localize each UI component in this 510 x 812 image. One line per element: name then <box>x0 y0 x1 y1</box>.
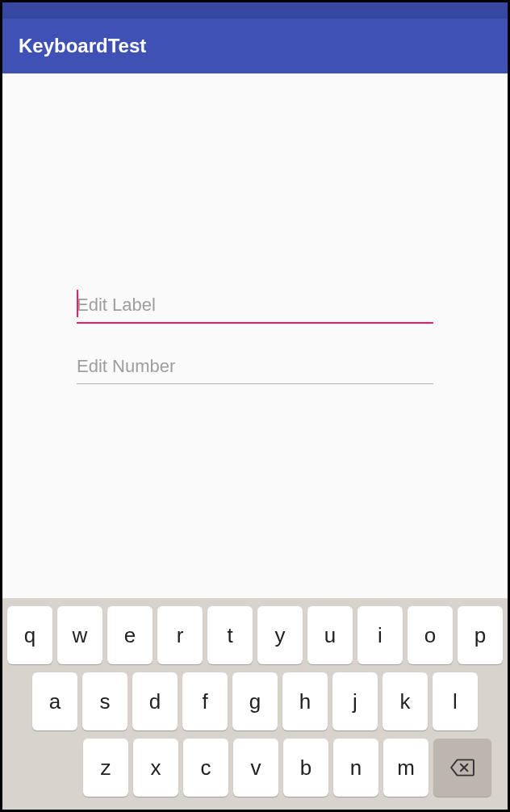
edit-number-input[interactable] <box>77 349 433 384</box>
key-b[interactable]: b <box>283 739 328 797</box>
key-a[interactable]: a <box>32 672 77 730</box>
key-q[interactable]: q <box>7 606 52 664</box>
keyboard-row-2: asdfghjkl <box>6 672 504 730</box>
content-area <box>2 73 508 598</box>
key-u[interactable]: u <box>307 606 353 664</box>
key-o[interactable]: o <box>408 606 453 664</box>
key-d[interactable]: d <box>132 672 178 730</box>
key-y[interactable]: y <box>257 606 303 664</box>
keyboard-row-3: zxcvbnm <box>6 739 504 797</box>
keyboard-row-1: qwertyuiop <box>6 606 504 664</box>
key-j[interactable]: j <box>332 672 378 730</box>
key-x[interactable]: x <box>133 739 178 797</box>
backspace-key[interactable] <box>433 739 491 797</box>
key-r[interactable]: r <box>157 606 203 664</box>
edit-number-field[interactable] <box>77 349 433 384</box>
edit-label-field[interactable] <box>77 288 433 324</box>
backspace-icon <box>450 759 474 776</box>
soft-keyboard: qwertyuiop asdfghjkl zxcvbnm <box>2 598 508 810</box>
text-cursor <box>77 290 78 317</box>
key-m[interactable]: m <box>383 739 428 797</box>
key-h[interactable]: h <box>282 672 328 730</box>
key-w[interactable]: w <box>57 606 102 664</box>
key-t[interactable]: t <box>207 606 253 664</box>
key-f[interactable]: f <box>182 672 228 730</box>
key-p[interactable]: p <box>458 606 503 664</box>
key-n[interactable]: n <box>333 739 378 797</box>
key-z[interactable]: z <box>83 739 128 797</box>
app-title: KeyboardTest <box>19 35 146 57</box>
key-g[interactable]: g <box>232 672 278 730</box>
device-frame: KeyboardTest qwertyuiop asdfghjkl zxcvbn… <box>2 2 508 810</box>
key-e[interactable]: e <box>107 606 153 664</box>
app-bar: KeyboardTest <box>2 19 508 73</box>
key-c[interactable]: c <box>183 739 228 797</box>
key-s[interactable]: s <box>82 672 128 730</box>
edit-label-input[interactable] <box>77 288 433 324</box>
key-l[interactable]: l <box>433 672 478 730</box>
status-bar <box>2 2 508 19</box>
key-v[interactable]: v <box>233 739 278 797</box>
key-i[interactable]: i <box>357 606 403 664</box>
key-k[interactable]: k <box>382 672 428 730</box>
